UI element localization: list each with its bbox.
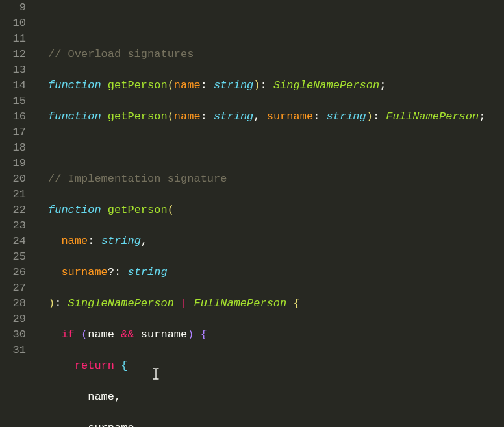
line-number: 18	[0, 140, 26, 156]
param: surname	[267, 110, 313, 123]
keyword: if	[61, 328, 74, 341]
code-line[interactable]: function getPerson(name: string): Single…	[48, 78, 504, 93]
code-line[interactable]: if (name && surname) {	[48, 327, 504, 343]
param: name	[174, 79, 201, 92]
code-line[interactable]: surname,	[48, 421, 504, 427]
code-line[interactable]: name: string,	[48, 234, 504, 249]
line-number: 13	[0, 62, 26, 78]
keyword: return	[75, 360, 114, 372]
function-name: getPerson	[108, 79, 168, 92]
line-number: 24	[0, 234, 26, 249]
keyword: function	[48, 110, 101, 123]
line-number: 14	[0, 78, 26, 93]
comment: // Overload signatures	[48, 48, 194, 60]
line-number: 16	[0, 109, 26, 125]
line-number: 25	[0, 249, 26, 265]
line-number: 12	[0, 47, 26, 62]
identifier: surname	[88, 422, 134, 427]
code-area[interactable]: // Overload signatures function getPerso…	[35, 0, 504, 427]
identifier: surname	[141, 328, 187, 341]
code-line[interactable]	[48, 16, 504, 31]
line-number: 28	[0, 296, 26, 311]
type: string	[101, 235, 141, 247]
code-line[interactable]	[48, 140, 504, 156]
function-name: getPerson	[108, 110, 168, 123]
param: surname	[61, 266, 107, 278]
keyword: function	[48, 204, 101, 216]
line-number: 31	[0, 343, 26, 358]
keyword: function	[48, 79, 101, 92]
code-line[interactable]: return {	[48, 358, 504, 374]
param: name	[61, 235, 88, 247]
operator: &&	[121, 328, 134, 341]
type: string	[327, 110, 366, 123]
comment: // Implementation signature	[48, 173, 227, 185]
identifier: name	[88, 328, 114, 341]
code-line[interactable]: function getPerson(name: string, surname…	[48, 109, 504, 125]
line-number: 29	[0, 311, 26, 327]
return-type: FullNamePerson	[194, 297, 286, 310]
code-line[interactable]: ): SingleNamePerson | FullNamePerson {	[48, 296, 504, 311]
function-name: getPerson	[108, 204, 168, 216]
return-type: SingleNamePerson	[273, 79, 379, 92]
code-line[interactable]: surname?: string	[48, 265, 504, 280]
line-number: 10	[0, 16, 26, 31]
return-type: SingleNamePerson	[68, 297, 174, 310]
type: string	[214, 79, 253, 92]
line-number: 30	[0, 327, 26, 343]
code-line[interactable]: // Overload signatures	[48, 47, 504, 62]
code-line[interactable]: // Implementation signature	[48, 171, 504, 187]
return-type: FullNamePerson	[386, 110, 479, 123]
line-number: 17	[0, 125, 26, 140]
code-editor[interactable]: 9 10 11 12 13 14 15 16 17 18 19 20 21 22…	[0, 0, 504, 427]
line-number: 26	[0, 265, 26, 280]
param: name	[174, 110, 201, 123]
line-number: 20	[0, 171, 26, 187]
code-line[interactable]: name,	[48, 389, 504, 405]
line-number: 11	[0, 31, 26, 47]
line-number: 21	[0, 187, 26, 202]
type: string	[214, 110, 253, 123]
line-number-gutter: 9 10 11 12 13 14 15 16 17 18 19 20 21 22…	[0, 0, 35, 427]
line-number: 22	[0, 202, 26, 218]
identifier: name	[88, 391, 114, 403]
type: string	[127, 266, 167, 278]
line-number: 27	[0, 280, 26, 296]
line-number: 19	[0, 156, 26, 171]
line-number: 9	[0, 0, 26, 16]
line-number: 15	[0, 93, 26, 109]
code-line[interactable]: function getPerson(	[48, 202, 504, 218]
line-number: 23	[0, 218, 26, 234]
